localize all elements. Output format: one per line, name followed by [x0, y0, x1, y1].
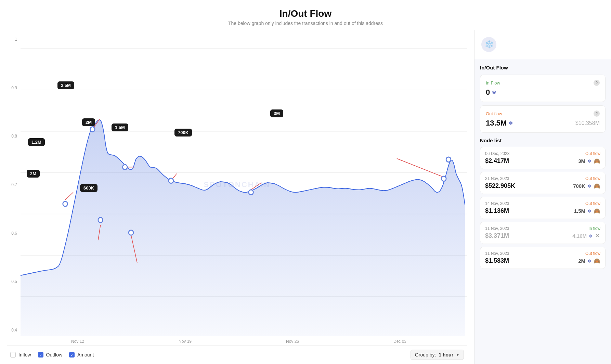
svg-point-14	[122, 165, 127, 170]
x-axis: Nov 12 Nov 19 Nov 26 Dec 03	[7, 336, 467, 345]
outflow-help-icon[interactable]: ?	[594, 110, 600, 117]
tooltip-12m: 1.2M	[28, 138, 45, 146]
svg-point-18	[169, 178, 173, 183]
inflow-help-icon[interactable]: ?	[594, 80, 600, 86]
svg-point-16	[129, 230, 133, 235]
node-amount: 3M	[578, 158, 585, 164]
node-date: 11 Nov, 2023 In flow	[485, 226, 600, 231]
outflow-value-text: 13.5M	[486, 119, 507, 128]
panel-logo-icon: ❄️	[481, 37, 496, 52]
node-snow-icon: ❄	[587, 158, 592, 164]
y-label-04: 0.4	[7, 328, 17, 333]
x-label-dec03: Dec 03	[393, 339, 406, 344]
node-eye-icon[interactable]: 🙈	[594, 258, 600, 264]
node-amount: 1.5M	[574, 208, 585, 214]
inflow-legend[interactable]: Inflow	[10, 352, 31, 358]
node-amount: 700K	[573, 183, 585, 189]
inflow-label: Inflow	[18, 352, 31, 358]
node-list-title: Node list	[480, 138, 606, 143]
node-date: 14 Nov, 2023 Out flow	[485, 201, 600, 206]
amount-checkbox[interactable]	[69, 352, 75, 358]
x-label-nov12: Nov 12	[71, 339, 84, 344]
outflow-checkbox[interactable]	[38, 352, 43, 358]
node-amount-row: 2M ❄ 🙈	[578, 258, 600, 264]
node-date-text: 06 Dec, 2023	[485, 151, 509, 156]
node-usd: $3.371M	[485, 232, 509, 239]
node-snow-icon: ❄	[589, 233, 593, 239]
chart-wrapper: 1 0.9 0.8 0.7 0.6 0.5 0.4	[7, 34, 467, 336]
svg-point-8	[63, 202, 68, 207]
node-list-container: 06 Dec, 2023 Out flow $2.417M 3M ❄ 🙈 21 …	[480, 147, 606, 269]
node-item: 11 Nov, 2023 In flow $3.371M 4.16M ❄ 👁	[480, 222, 606, 244]
node-date: 06 Dec, 2023 Out flow	[485, 151, 600, 156]
node-flow-label: In flow	[588, 226, 600, 231]
node-date-text: 11 Nov, 2023	[485, 226, 509, 231]
node-date-text: 11 Nov, 2023	[485, 251, 509, 256]
y-label-1: 1	[7, 37, 17, 42]
tooltip-15m: 1.5M	[112, 124, 128, 131]
outflow-stat-value: 13.5M ❄	[486, 119, 513, 128]
tooltip-700k: 700K	[174, 129, 192, 136]
inflow-stat-value: 0 ❄	[486, 88, 600, 97]
inflow-checkbox[interactable]	[10, 352, 16, 358]
node-flow-label: Out flow	[585, 176, 600, 181]
node-date-text: 14 Nov, 2023	[485, 201, 509, 206]
tooltip-2m-right: 2M	[82, 118, 95, 126]
x-label-nov26: Nov 26	[286, 339, 299, 344]
amount-legend[interactable]: Amount	[69, 352, 94, 358]
group-by-value: 1 hour	[439, 352, 453, 358]
node-eye-icon[interactable]: 🙈	[594, 208, 600, 214]
node-item: 06 Dec, 2023 Out flow $2.417M 3M ❄ 🙈	[480, 147, 606, 169]
node-flow-label: Out flow	[585, 251, 600, 256]
node-amount: 4.16M	[572, 233, 587, 239]
node-eye-icon[interactable]: 🙈	[594, 183, 600, 189]
tooltip-25m: 2.5M	[57, 81, 74, 89]
amount-label: Amount	[77, 352, 94, 358]
node-bottom: $1.583M 2M ❄ 🙈	[485, 257, 600, 264]
outflow-stat-card: Out flow ? 13.5M ❄ $10.358M	[480, 105, 606, 133]
node-amount-row: 1.5M ❄ 🙈	[574, 208, 600, 214]
node-item: 21 Nov, 2023 Out flow $522.905K 700K ❄ 🙈	[480, 172, 606, 194]
node-item: 11 Nov, 2023 Out flow $1.583M 2M ❄ 🙈	[480, 247, 606, 269]
node-item: 14 Nov, 2023 Out flow $1.136M 1.5M ❄ 🙈	[480, 197, 606, 219]
y-label-09: 0.9	[7, 86, 17, 90]
y-label-06: 0.6	[7, 231, 17, 236]
page-header: In/Out Flow The below graph only include…	[0, 0, 611, 30]
tooltip-600k: 600K	[80, 184, 98, 192]
right-panel: ❄️ In/Out Flow In Flow ? 0 ❄ Out flow	[474, 30, 611, 364]
svg-line-21	[397, 158, 444, 177]
node-date: 11 Nov, 2023 Out flow	[485, 251, 600, 256]
node-amount-row: 700K ❄ 🙈	[573, 183, 600, 189]
svg-point-10	[90, 127, 95, 132]
node-date: 21 Nov, 2023 Out flow	[485, 176, 600, 181]
node-flow-label: Out flow	[585, 201, 600, 206]
svg-point-23	[446, 157, 451, 162]
svg-line-7	[65, 192, 73, 200]
node-eye-icon[interactable]: 👁	[595, 233, 600, 239]
node-snow-icon: ❄	[587, 258, 592, 264]
page-title: In/Out Flow	[0, 8, 611, 19]
node-bottom: $2.417M 3M ❄ 🙈	[485, 157, 600, 165]
group-by-selector[interactable]: Group by: 1 hour ▼	[411, 350, 464, 360]
node-flow-label: Out flow	[585, 151, 600, 156]
node-usd: $522.905K	[485, 182, 515, 190]
node-usd: $1.583M	[485, 257, 509, 264]
panel-body: In/Out Flow In Flow ? 0 ❄ Out flow ?	[474, 59, 611, 364]
node-amount-row: 4.16M ❄ 👁	[572, 233, 600, 239]
outflow-label-text: Out flow	[486, 111, 502, 116]
node-eye-icon[interactable]: 🙈	[594, 158, 600, 164]
node-usd: $2.417M	[485, 157, 509, 165]
node-bottom: $522.905K 700K ❄ 🙈	[485, 182, 600, 190]
inflow-stat-card: In Flow ? 0 ❄	[480, 75, 606, 102]
outflow-legend[interactable]: Outflow	[38, 352, 62, 358]
node-bottom: $3.371M 4.16M ❄ 👁	[485, 232, 600, 239]
x-label-nov19: Nov 19	[179, 339, 192, 344]
tooltip-2m-left: 2M	[27, 170, 40, 178]
svg-point-20	[249, 190, 254, 195]
tooltip-3m: 3M	[270, 109, 283, 117]
inflow-value-text: 0	[486, 88, 490, 97]
chart-area: 1 0.9 0.8 0.7 0.6 0.5 0.4	[0, 30, 474, 364]
group-by-prefix: Group by:	[415, 352, 436, 358]
node-amount-row: 3M ❄ 🙈	[578, 158, 600, 164]
y-label-08: 0.8	[7, 134, 17, 139]
